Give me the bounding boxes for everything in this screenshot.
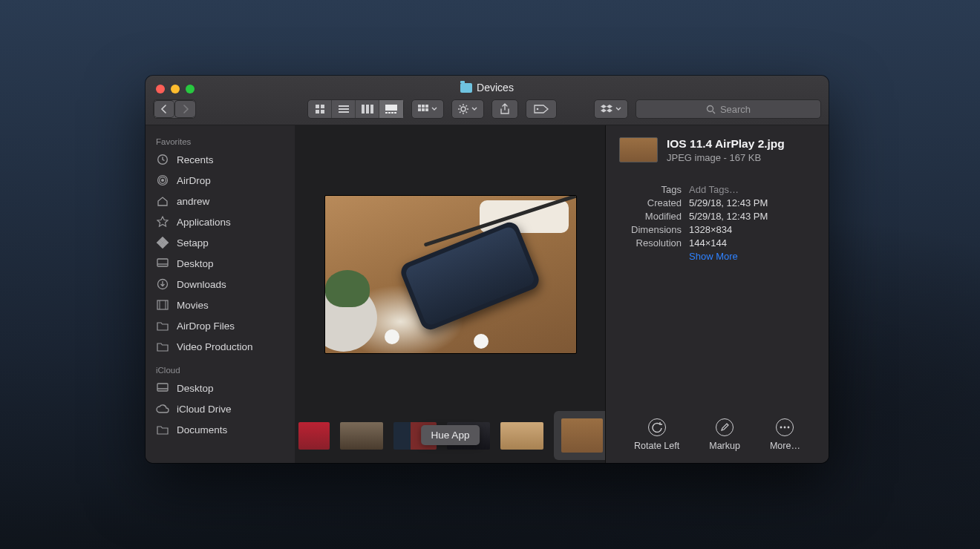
tags-button[interactable]	[526, 99, 557, 119]
sidebar-item-airdrop[interactable]: AirDrop	[146, 170, 295, 191]
icon-view-button[interactable]	[308, 100, 332, 118]
sidebar-item-label: iCloud Drive	[177, 404, 232, 415]
share-button[interactable]	[491, 99, 518, 119]
sidebar-section-header: Favorites	[146, 134, 295, 149]
sidebar-item-label: Documents	[177, 424, 227, 435]
home-icon	[156, 194, 169, 208]
sidebar-item-airdrop-files[interactable]: AirDrop Files	[146, 315, 295, 336]
sidebar-item-video-production[interactable]: Video Production	[146, 336, 295, 357]
window-body: Favorites Recents AirDrop andrew Applica…	[146, 125, 829, 463]
meta-value-resolution: 144×144	[689, 237, 815, 249]
svg-rect-47	[157, 384, 168, 391]
chevron-down-icon	[471, 107, 477, 111]
sidebar-item-label: Downloads	[177, 279, 226, 290]
folder-icon	[156, 423, 169, 436]
svg-rect-18	[418, 108, 421, 111]
finder-window: Devices	[146, 76, 829, 463]
arrange-button[interactable]	[411, 99, 444, 119]
sidebar-item-home[interactable]: andrew	[146, 191, 295, 211]
svg-rect-7	[362, 105, 365, 114]
thumbnail-selected[interactable]	[554, 411, 605, 460]
show-more-link[interactable]: Show More	[689, 251, 815, 262]
meta-label: Modified	[619, 211, 682, 222]
desktop-icon	[156, 257, 169, 270]
gallery-view-button[interactable]	[379, 100, 403, 118]
sidebar-item-downloads[interactable]: Downloads	[146, 274, 295, 295]
folder-icon	[156, 319, 169, 332]
forward-button[interactable]	[174, 100, 195, 118]
preview-decor	[398, 219, 542, 332]
sidebar-item-icloud-drive[interactable]: iCloud Drive	[146, 398, 295, 419]
sidebar-item-recents[interactable]: Recents	[146, 149, 295, 170]
sidebar-item-label: Desktop	[177, 258, 214, 269]
svg-rect-0	[316, 105, 319, 108]
svg-rect-4	[339, 105, 349, 107]
thumbnail[interactable]	[340, 422, 383, 450]
sidebar-item-desktop[interactable]: Desktop	[146, 253, 295, 274]
svg-rect-3	[321, 110, 324, 114]
gallery-icon	[385, 105, 397, 114]
column-view-button[interactable]	[356, 100, 379, 118]
preview-decor	[385, 329, 399, 344]
svg-rect-41	[157, 259, 168, 266]
meta-value-created: 5/29/18, 12:43 PM	[689, 197, 815, 208]
preview-decor	[474, 334, 489, 349]
view-mode-segment	[307, 99, 404, 119]
preview-area	[295, 125, 605, 408]
dropbox-icon	[601, 104, 612, 114]
action-button[interactable]	[451, 99, 484, 119]
sidebar-item-label: Setapp	[177, 237, 209, 249]
sidebar: Favorites Recents AirDrop andrew Applica…	[146, 125, 295, 463]
svg-rect-44	[157, 300, 168, 309]
dropbox-button[interactable]	[594, 99, 628, 119]
airdrop-icon	[156, 174, 169, 187]
svg-rect-6	[339, 111, 349, 113]
thumbnail[interactable]	[500, 422, 543, 450]
sidebar-item-icloud-desktop[interactable]: Desktop	[146, 378, 295, 398]
svg-rect-12	[388, 112, 391, 114]
svg-rect-2	[316, 110, 319, 114]
more-action[interactable]: More…	[770, 418, 800, 451]
action-label: Markup	[709, 441, 740, 451]
desktop-icon	[156, 381, 169, 395]
search-field[interactable]: Search	[636, 99, 821, 119]
svg-point-21	[461, 107, 466, 111]
sidebar-item-label: Video Production	[177, 341, 253, 352]
add-tags-field[interactable]: Add Tags…	[689, 184, 815, 195]
content-area: Hue App IOS 11.4 AirPlay 2.jp	[295, 125, 829, 463]
rotate-left-action[interactable]: Rotate Left	[634, 418, 679, 451]
movies-icon	[156, 298, 169, 312]
svg-rect-20	[425, 108, 428, 111]
svg-rect-9	[370, 105, 373, 114]
svg-line-26	[460, 105, 461, 107]
chevron-down-icon	[431, 107, 437, 111]
svg-point-50	[784, 427, 786, 429]
preview-image[interactable]	[324, 195, 577, 354]
sidebar-item-icloud-documents[interactable]: Documents	[146, 419, 295, 440]
markup-action[interactable]: Markup	[709, 418, 740, 451]
folder-icon	[156, 340, 169, 353]
list-icon	[339, 105, 349, 114]
window-title-text: Devices	[477, 82, 514, 93]
svg-rect-15	[418, 105, 421, 108]
meta-label: Created	[619, 197, 682, 208]
sidebar-item-applications[interactable]: Applications	[146, 211, 295, 232]
toolbar: Search	[153, 99, 821, 119]
share-icon	[500, 103, 510, 115]
svg-rect-8	[366, 105, 369, 114]
grid-icon	[315, 104, 325, 114]
sidebar-item-label: Recents	[177, 154, 214, 165]
back-button[interactable]	[154, 100, 174, 118]
svg-rect-10	[385, 105, 397, 111]
file-kind-size: JPEG image - 167 KB	[667, 152, 785, 163]
search-placeholder: Search	[720, 104, 751, 115]
thumbnail[interactable]	[298, 422, 330, 450]
gallery-pane: Hue App	[295, 125, 606, 463]
info-header: IOS 11.4 AirPlay 2.jpg JPEG image - 167 …	[619, 137, 815, 163]
meta-value-dimensions: 1328×834	[689, 224, 815, 235]
svg-point-49	[780, 427, 783, 429]
list-view-button[interactable]	[332, 100, 356, 118]
meta-label: Tags	[619, 184, 682, 195]
sidebar-item-setapp[interactable]: Setapp	[146, 232, 295, 253]
sidebar-item-movies[interactable]: Movies	[146, 295, 295, 315]
